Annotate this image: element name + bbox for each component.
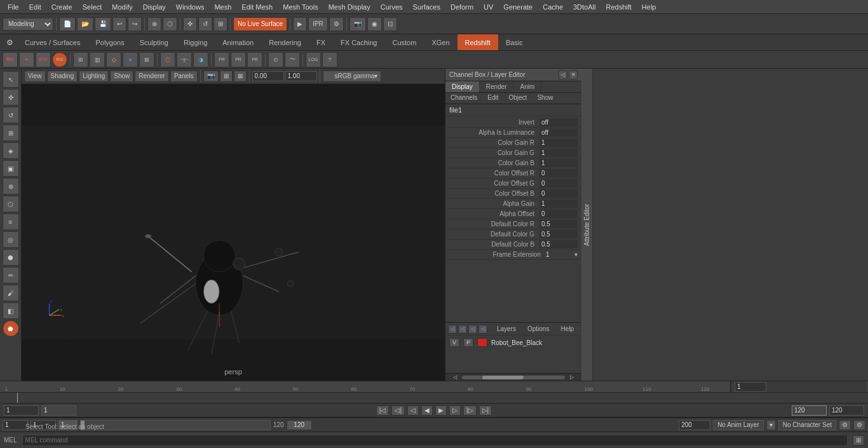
- menu-3dtoall[interactable]: 3DtoAll: [568, 2, 600, 12]
- show-hide-btn[interactable]: ▣: [3, 160, 19, 177]
- rs-pr2-btn[interactable]: PR: [231, 52, 246, 67]
- rs-bowl-btn[interactable]: ⊙: [268, 52, 283, 67]
- prop-alpha-gain[interactable]: Alpha Gain 1: [447, 199, 580, 209]
- save-btn[interactable]: 💾: [95, 17, 111, 31]
- vp-panels-btn[interactable]: Panels: [170, 71, 198, 82]
- cb-menu-edit[interactable]: Edit: [482, 93, 503, 104]
- vp-grid-btn[interactable]: ⊞: [220, 71, 233, 82]
- layer-btn[interactable]: ⬟: [3, 320, 19, 337]
- cb-menu-object[interactable]: Object: [504, 93, 532, 104]
- step-back-btn[interactable]: ◁|: [391, 405, 405, 416]
- cb-pin-btn[interactable]: ◁: [559, 71, 567, 79]
- scene-canvas[interactable]: y x z persp: [22, 84, 445, 381]
- next-frame-btn[interactable]: ▷: [449, 405, 461, 416]
- prop-default-color-g[interactable]: Default Color G 0.5: [447, 229, 580, 240]
- rs-sphere-btn[interactable]: ●: [123, 52, 138, 67]
- mark-menu-btn[interactable]: ⬢: [3, 249, 19, 266]
- component-btn[interactable]: ⊕: [3, 178, 19, 194]
- prop-default-color-b[interactable]: Default Color B 0.5: [447, 240, 580, 250]
- camera-btn[interactable]: 📷: [349, 17, 366, 31]
- vp-camera-value[interactable]: [252, 71, 284, 81]
- anim-layer-select-btn[interactable]: ▾: [766, 420, 776, 430]
- prop-frame-extension[interactable]: Frame Extension 1 ▾: [447, 250, 580, 260]
- timeline-track[interactable]: [0, 393, 868, 404]
- play-back-btn[interactable]: ◀: [421, 405, 433, 416]
- menu-generate[interactable]: Generate: [498, 2, 538, 12]
- rs-diamond-btn[interactable]: ◇: [106, 52, 121, 67]
- pivot-btn[interactable]: ◎: [3, 231, 19, 248]
- menu-mesh[interactable]: Mesh: [209, 2, 236, 12]
- tab-sculpting[interactable]: Sculpting: [132, 34, 176, 50]
- rs-rec-btn[interactable]: ●: [19, 52, 34, 67]
- attribute-editor-tab[interactable]: Attribute Editor: [581, 69, 593, 381]
- history-btn[interactable]: ≡: [3, 214, 19, 230]
- menu-edit[interactable]: Edit: [24, 2, 46, 12]
- rs-help-btn[interactable]: ?: [322, 52, 337, 67]
- cb-tab-render[interactable]: Render: [480, 81, 514, 92]
- char-options-btn[interactable]: ⚙: [853, 420, 865, 430]
- undo-btn[interactable]: ↩: [112, 17, 126, 31]
- vp-camera-btn[interactable]: 📷: [203, 71, 219, 82]
- vp-lighting-btn[interactable]: Lighting: [79, 71, 109, 82]
- prop-default-color-r[interactable]: Default Color R 0.5: [447, 219, 580, 229]
- step-fwd-btn[interactable]: |▷: [463, 405, 477, 416]
- vp-shading-btn[interactable]: Shading: [47, 71, 78, 82]
- scale-btn[interactable]: ⊞: [214, 17, 227, 31]
- rs-rv-btn[interactable]: RV: [3, 52, 18, 67]
- prev-frame-btn[interactable]: ◁: [407, 405, 419, 416]
- menu-cache[interactable]: Cache: [538, 2, 568, 12]
- tab-basic[interactable]: Basic: [498, 34, 531, 50]
- layer-add-anim-btn[interactable]: ◁: [448, 325, 457, 334]
- layer-p-button[interactable]: P: [463, 338, 473, 347]
- menu-surfaces[interactable]: Surfaces: [408, 2, 445, 12]
- layer-options-menu[interactable]: Options: [522, 324, 554, 334]
- rs-cube-btn[interactable]: ⬡: [160, 52, 175, 67]
- cb-tab-anim[interactable]: Anim: [514, 81, 542, 92]
- tab-curves-surfaces[interactable]: Curves / Surfaces: [17, 34, 88, 50]
- scroll-thumb[interactable]: [482, 376, 524, 379]
- snap-btn[interactable]: ⬡: [3, 196, 19, 212]
- menu-uv[interactable]: UV: [478, 2, 498, 12]
- rs-dome-btn[interactable]: ◑: [193, 52, 208, 67]
- rs-pr1-btn[interactable]: PR: [214, 52, 229, 67]
- rs-ipr-btn[interactable]: IPR: [36, 52, 51, 67]
- tab-custom[interactable]: Custom: [385, 34, 424, 50]
- cb-tab-display[interactable]: Display: [445, 81, 480, 92]
- rotate-btn[interactable]: ↺: [198, 17, 212, 31]
- workspace-selector[interactable]: Modeling: [3, 18, 53, 31]
- render-btn[interactable]: ▶: [293, 17, 307, 31]
- prop-alpha-offset[interactable]: Alpha Offset 0: [447, 209, 580, 219]
- scroll-track[interactable]: [462, 376, 565, 379]
- mel-input[interactable]: [22, 435, 848, 446]
- menu-redshift[interactable]: Redshift: [600, 2, 636, 12]
- vp-resolve-btn[interactable]: ⊠: [234, 71, 247, 82]
- char-settings-btn[interactable]: ⚙: [839, 420, 851, 430]
- layer-remove-btn[interactable]: ◁: [468, 325, 477, 334]
- ipr-btn[interactable]: IPR: [308, 17, 328, 31]
- channel-scrollbar[interactable]: ◁ ▷: [445, 373, 581, 381]
- tab-rendering[interactable]: Rendering: [261, 34, 309, 50]
- prop-color-offset-g[interactable]: Color Offset G 0: [447, 179, 580, 189]
- tab-redshift[interactable]: Redshift: [458, 34, 498, 50]
- prop-fe-arrow[interactable]: ▾: [574, 251, 578, 258]
- prop-color-gain-g[interactable]: Color Gain G 1: [447, 148, 580, 158]
- range-end-input[interactable]: [792, 405, 827, 416]
- scale-tool-btn[interactable]: ⊞: [3, 125, 19, 141]
- frame-input-1[interactable]: [3, 420, 28, 430]
- menu-windows[interactable]: Windows: [171, 2, 210, 12]
- scroll-left-btn[interactable]: ◁: [448, 374, 462, 381]
- select-tool-btn[interactable]: ↖: [3, 71, 19, 88]
- prop-alpha-is-lum[interactable]: Alpha Is Luminance off: [447, 128, 580, 138]
- render-settings-btn[interactable]: ⚙: [329, 17, 344, 31]
- lasso-btn[interactable]: ⬡: [163, 17, 177, 31]
- range-frame-input[interactable]: [41, 405, 76, 416]
- menu-select[interactable]: Select: [78, 2, 107, 12]
- open-file-btn[interactable]: 📂: [77, 17, 93, 31]
- menu-curves[interactable]: Curves: [376, 2, 408, 12]
- layer-add-btn[interactable]: ◁: [458, 325, 467, 334]
- menu-deform[interactable]: Deform: [445, 2, 478, 12]
- vp-view-btn[interactable]: View: [24, 71, 46, 82]
- gear-icon[interactable]: ⚙: [3, 36, 17, 50]
- artisan-btn[interactable]: 🖌: [3, 285, 19, 301]
- cb-menu-show[interactable]: Show: [532, 93, 558, 104]
